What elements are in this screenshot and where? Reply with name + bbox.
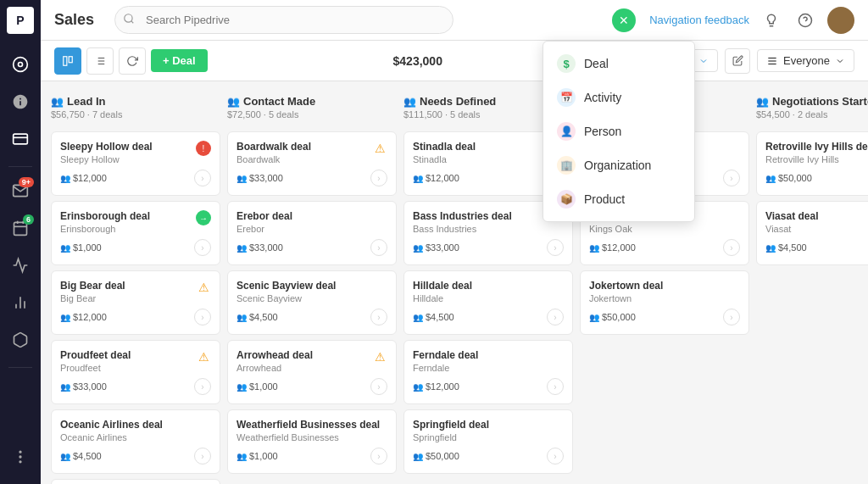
help-icon[interactable] [793, 8, 817, 32]
edit-pipeline-button[interactable] [725, 48, 750, 74]
column-meta: $56,750 · 7 deals [51, 109, 220, 120]
sidebar-item-more[interactable] [3, 440, 37, 474]
deal-card[interactable]: Scenic Bayview deal Scenic Bayview $4,50… [227, 270, 397, 335]
sidebar-item-products[interactable] [3, 323, 37, 357]
card-next-button[interactable]: › [370, 239, 387, 256]
card-title: Arrowhead deal [236, 349, 387, 361]
add-item-dropdown: $ Deal 📅 Activity 👤 Person 🏢 Organizatio… [542, 41, 695, 222]
card-next-button[interactable]: › [370, 378, 387, 395]
card-next-button[interactable]: › [547, 309, 564, 325]
sidebar-item-email[interactable]: 9+ [3, 174, 37, 208]
deal-card[interactable]: → Erinsborough deal Erinsborough $1,000 … [51, 201, 220, 265]
user-avatar[interactable] [827, 7, 854, 34]
card-next-button[interactable]: › [370, 170, 387, 186]
svg-rect-17 [64, 56, 67, 65]
deal-card[interactable]: Erebor deal Erebor $33,000 › [227, 201, 397, 265]
card-next-button[interactable]: › [723, 309, 740, 325]
close-button[interactable]: ✕ [612, 8, 636, 32]
deal-card[interactable]: Oceanic Airlines deal Oceanic Airlines $… [51, 409, 220, 474]
card-footer: $12,000 › [60, 309, 211, 325]
dropdown-activity-item[interactable]: 📅 Activity [543, 81, 694, 114]
deal-card[interactable]: ⚠ Arrowhead deal Arrowhead $1,000 › [227, 340, 397, 404]
svg-point-10 [19, 451, 21, 453]
dropdown-product-item[interactable]: 📦 Product [543, 182, 694, 216]
card-footer: $50,000 › [765, 170, 868, 186]
deal-card[interactable]: ⚠ Boardwalk deal Boardwalk $33,000 › [227, 131, 397, 196]
card-amount: $33,000 [236, 173, 283, 183]
dropdown-organization-label: Organization [584, 159, 651, 172]
deal-card[interactable]: Jokertown deal Jokertown $50,000 › [580, 270, 749, 335]
card-next-button[interactable]: › [547, 239, 564, 256]
card-footer: $50,000 › [589, 309, 740, 325]
warning-indicator: ⚠ [372, 141, 387, 156]
status-indicator: ! [196, 141, 211, 156]
sidebar: P 9+ 6 [0, 0, 41, 484]
sidebar-item-analytics[interactable] [3, 286, 37, 320]
column-title-text: Contact Made [243, 95, 315, 108]
card-footer: $4,500 › [236, 309, 387, 325]
deal-card[interactable]: ⚠ Proudfeet deal Proudfeet $33,000 › [51, 340, 220, 404]
deal-card[interactable]: Viasat deal Viasat $4,500 › [756, 201, 868, 265]
card-next-button[interactable]: › [194, 448, 211, 465]
deal-card[interactable]: Ferndale deal Ferndale $12,000 › [403, 340, 573, 404]
deal-card[interactable]: Hilldale deal Hilldale $4,500 › [403, 270, 573, 335]
deal-card[interactable]: Weatherfield Businesses deal Weatherfiel… [227, 409, 397, 474]
deal-card[interactable]: ! Sleepy Hollow deal Sleepy Hollow $12,0… [51, 131, 220, 196]
deal-card[interactable]: Solvang deal Solvang $1,000 › [51, 479, 220, 484]
card-title: Hilldale deal [413, 280, 564, 292]
nav-feedback-link[interactable]: Navigation feedback [649, 14, 749, 26]
card-next-button[interactable]: › [723, 239, 740, 256]
column-header-lead-in: 👥 Lead In $56,750 · 7 deals [51, 92, 220, 126]
card-amount: $33,000 [413, 242, 459, 253]
add-deal-button[interactable]: + Deal [151, 49, 208, 72]
card-next-button[interactable]: › [370, 448, 387, 465]
card-next-button[interactable]: › [547, 378, 564, 395]
list-view-button[interactable] [86, 47, 114, 75]
search-icon [123, 13, 135, 28]
sidebar-item-money[interactable] [3, 122, 37, 156]
dropdown-organization-item[interactable]: 🏢 Organization [543, 148, 694, 182]
deal-card[interactable]: → Retroville Ivy Hills deal Retroville I… [756, 131, 868, 196]
deal-card[interactable]: ⚠ Big Bear deal Big Bear $12,000 › [51, 270, 220, 335]
lightbulb-icon[interactable] [760, 8, 783, 32]
dropdown-deal-item[interactable]: $ Deal [543, 47, 694, 81]
card-next-button[interactable]: › [547, 448, 564, 465]
warning-indicator: ⚠ [372, 349, 387, 364]
person-icon: 👤 [557, 122, 576, 141]
sidebar-item-home[interactable] [3, 47, 37, 81]
column-contact-made: 👥 Contact Made $72,500 · 5 deals ⚠ Board… [227, 92, 397, 474]
everyone-filter[interactable]: Everyone [757, 49, 854, 72]
card-footer: $1,000 › [60, 239, 211, 256]
card-next-button[interactable]: › [194, 239, 211, 256]
card-next-button[interactable]: › [194, 378, 211, 395]
card-next-button[interactable]: › [194, 170, 211, 186]
column-title-text: Negotiations Started [772, 95, 868, 108]
product-icon: 📦 [557, 190, 576, 209]
app-logo[interactable]: P [7, 7, 34, 34]
column-icon: 👥 [227, 96, 240, 108]
card-footer: $50,000 › [413, 448, 564, 465]
card-subtitle: Hilldale [413, 293, 564, 303]
card-next-button[interactable]: › [194, 309, 211, 325]
sidebar-item-calendar[interactable]: 6 [3, 211, 37, 245]
deal-card[interactable]: Springfield deal Springfield $50,000 › [403, 409, 573, 474]
sidebar-item-deals[interactable] [3, 85, 37, 119]
sidebar-item-reports[interactable] [3, 248, 37, 282]
column-header-negotiations-started: 👥 Negotiations Started $54,500 · 2 deals [756, 92, 868, 126]
card-title: Scenic Bayview deal [236, 280, 387, 292]
svg-rect-3 [14, 222, 27, 235]
search-input[interactable] [114, 6, 453, 34]
search-bar [114, 6, 453, 34]
card-subtitle: Retroville Ivy Hills [765, 154, 868, 164]
refresh-view-button[interactable] [119, 47, 146, 75]
column-title-text: Lead In [67, 95, 106, 108]
kanban-view-button[interactable] [54, 47, 81, 75]
warning-indicator: ⚠ [196, 280, 211, 295]
card-next-button[interactable]: › [370, 309, 387, 325]
card-amount: $12,000 [413, 381, 459, 392]
card-next-button[interactable]: › [723, 170, 740, 186]
dropdown-person-item[interactable]: 👤 Person [543, 114, 694, 148]
header-right: Navigation feedback [649, 7, 854, 34]
card-subtitle: Kings Oak [589, 224, 740, 234]
success-indicator: → [196, 210, 211, 225]
